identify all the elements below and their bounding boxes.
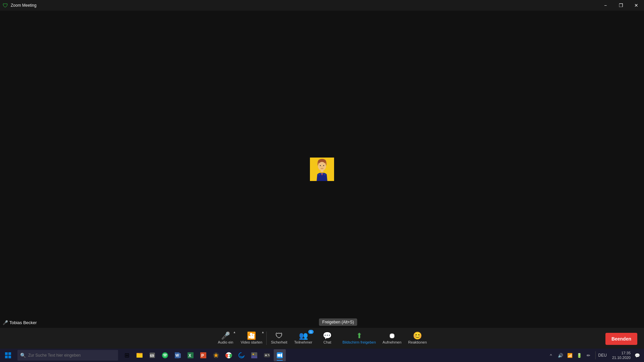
participant-avatar xyxy=(310,158,334,181)
shield-icon: 🛡 xyxy=(3,3,8,8)
start-button[interactable] xyxy=(0,349,16,362)
svg-rect-11 xyxy=(8,356,11,358)
record-button[interactable]: ⏺ Aufnehmen xyxy=(379,328,405,349)
svg-rect-7 xyxy=(321,170,323,172)
participant-name-text: Tobias Becker xyxy=(9,320,37,325)
participants-button[interactable]: 👥 Teilnehmer 1 xyxy=(291,328,316,349)
svg-text:69: 69 xyxy=(150,354,154,358)
record-label: Aufnehmen xyxy=(383,340,401,344)
chat-icon: 💬 xyxy=(323,332,332,340)
svg-point-17 xyxy=(162,352,168,358)
participant-name-label: 🎤 Tobias Becker xyxy=(3,320,37,325)
svg-rect-10 xyxy=(5,356,8,358)
taskbar-app-zoom[interactable] xyxy=(274,349,286,361)
audio-label: Audio ein xyxy=(218,340,233,344)
tray-separator xyxy=(595,351,596,359)
share-screen-button[interactable]: ⬆ Bildschirm freigeben xyxy=(339,328,379,349)
search-wrapper[interactable]: 🔍 xyxy=(17,350,118,361)
reactions-icon: 😊 xyxy=(413,332,422,340)
close-button[interactable]: ✕ xyxy=(629,0,644,11)
clock-date: 21.10.2020 xyxy=(612,355,631,360)
separator-1 xyxy=(266,331,267,345)
taskbar-app-explorer[interactable] xyxy=(133,349,146,361)
title-bar-left: 🛡 Zoom Meeting xyxy=(0,3,37,8)
svg-text:X: X xyxy=(189,353,191,358)
tray-battery-icon[interactable]: 🔋 xyxy=(575,351,583,359)
video-icon: 🎦 xyxy=(247,332,256,340)
svg-point-3 xyxy=(318,162,326,171)
keyboard-language: DEU xyxy=(598,353,607,358)
svg-point-31 xyxy=(253,354,254,355)
taskbar-app-taskview[interactable]: ⊞ xyxy=(121,349,133,361)
svg-point-36 xyxy=(269,355,269,356)
taskbar-clock[interactable]: 17:35 21.10.2020 xyxy=(612,351,632,360)
security-icon: 🛡 xyxy=(275,332,283,340)
audio-icon: 🎤 xyxy=(221,332,230,340)
share-screen-label: Bildschirm freigeben xyxy=(342,340,376,344)
taskbar-app-word[interactable]: W xyxy=(172,349,184,361)
search-input[interactable] xyxy=(17,350,118,361)
tray-notification-icon[interactable]: 💬 xyxy=(633,351,641,359)
svg-text:P: P xyxy=(201,353,204,358)
taskbar-app-3[interactable]: 69 xyxy=(146,349,158,361)
svg-rect-13 xyxy=(137,354,143,358)
record-icon: ⏺ xyxy=(388,332,396,340)
restore-button[interactable]: ❐ xyxy=(613,0,629,11)
title-bar: 🛡 Zoom Meeting − ❐ ✕ xyxy=(0,0,644,11)
svg-point-29 xyxy=(228,354,230,356)
reactions-button[interactable]: 😊 Reaktionen xyxy=(405,328,430,349)
svg-rect-9 xyxy=(8,352,11,355)
svg-rect-38 xyxy=(277,354,280,357)
main-video-area: 🎤 Tobias Becker xyxy=(0,11,644,328)
chat-button[interactable]: 💬 Chat xyxy=(316,328,339,349)
participants-badge: 1 xyxy=(308,330,314,334)
security-label: Sicherheit xyxy=(271,340,287,344)
tray-pen-icon[interactable]: ✏ xyxy=(585,351,593,359)
taskbar-app-8[interactable] xyxy=(210,349,222,361)
security-button[interactable]: 🛡 Sicherheit xyxy=(267,328,291,349)
participants-icon: 👥 xyxy=(299,332,308,340)
taskbar-app-spotify[interactable] xyxy=(159,349,171,361)
svg-rect-8 xyxy=(5,352,8,355)
chat-label: Chat xyxy=(323,340,331,344)
svg-point-35 xyxy=(268,354,269,355)
end-meeting-button[interactable]: Beenden xyxy=(605,333,637,345)
audio-button[interactable]: 🎤 Audio ein ▲ xyxy=(214,328,237,349)
taskbar-apps: ⊞ 69 xyxy=(121,349,286,361)
video-label: Video starten xyxy=(240,340,262,344)
svg-rect-14 xyxy=(137,353,139,354)
toolbar: 🎤 Audio ein ▲ 🎦 Video starten ▲ 🛡 Sicher… xyxy=(0,328,644,349)
taskbar-app-excel[interactable]: X xyxy=(184,349,197,361)
svg-point-5 xyxy=(323,165,324,166)
taskbar-app-chrome[interactable] xyxy=(223,349,235,361)
svg-point-6 xyxy=(322,167,322,168)
reactions-label: Reaktionen xyxy=(408,340,427,344)
search-icon: 🔍 xyxy=(20,353,26,358)
taskbar-app-powerpoint[interactable]: P xyxy=(197,349,209,361)
svg-marker-39 xyxy=(281,353,282,357)
share-screen-icon: ⬆ xyxy=(356,332,362,340)
taskbar-right: ^ 🔊 📶 🔋 ✏ DEU 17:35 21.10.2020 💬 xyxy=(547,349,644,362)
video-button[interactable]: 🎦 Video starten ▲ xyxy=(237,328,266,349)
taskbar: 🔍 ⊞ 69 xyxy=(0,349,644,362)
audio-chevron-icon[interactable]: ▲ xyxy=(233,330,236,334)
title-bar-controls: − ❐ ✕ xyxy=(598,0,644,11)
video-chevron-icon[interactable]: ▲ xyxy=(261,330,264,334)
taskbar-app-photos[interactable] xyxy=(248,349,260,361)
minimize-button[interactable]: − xyxy=(598,0,613,11)
svg-text:W: W xyxy=(175,353,179,357)
mic-muted-icon: 🎤 xyxy=(3,320,8,325)
app-title: Zoom Meeting xyxy=(11,3,37,8)
tray-expand-icon[interactable]: ^ xyxy=(547,351,555,359)
tray-network-icon[interactable]: 📶 xyxy=(566,351,574,359)
clock-time: 17:35 xyxy=(621,351,631,355)
taskbar-app-games[interactable] xyxy=(261,349,273,361)
taskbar-app-edge[interactable] xyxy=(235,349,248,361)
tray-volume-icon[interactable]: 🔊 xyxy=(556,351,565,359)
participants-label: Teilnehmer xyxy=(294,340,312,344)
svg-rect-34 xyxy=(265,355,267,356)
svg-point-4 xyxy=(320,165,321,166)
